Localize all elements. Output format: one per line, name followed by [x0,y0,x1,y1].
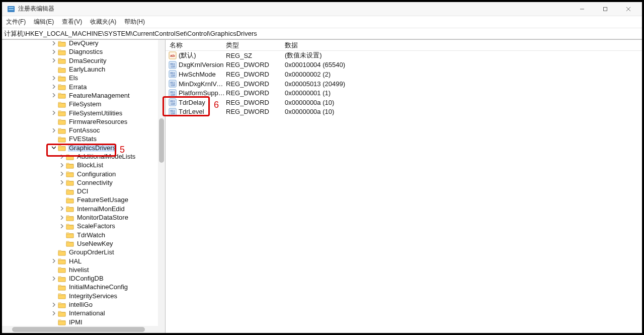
tree-item-initialmachineconfig[interactable]: InitialMachineConfig [2,283,158,291]
tree-item-hal[interactable]: HAL [2,256,158,265]
chevron-right-icon[interactable] [50,109,57,116]
tree-item-additionalmodelists[interactable]: AdditionalModeLists [2,152,158,161]
chevron-down-icon[interactable] [50,144,57,151]
tree-item-label: HAL [68,257,83,265]
folder-icon [66,223,74,230]
folder-icon [66,240,74,247]
tree-item-configuration[interactable]: Configuration [2,169,158,178]
column-header-type[interactable]: 类型 [226,41,285,50]
chevron-right-icon[interactable] [58,205,65,212]
tree-item-label: FontAssoc [68,126,101,134]
value-name: TdrLevel [179,108,204,115]
column-header-name[interactable]: 名称 [166,41,226,50]
value-data: 0x00000002 (2) [285,71,642,78]
tree-item-dmasecurity[interactable]: DmaSecurity [2,56,158,65]
column-header-data[interactable]: 数据 [285,41,642,50]
tree-item-featuresetusage[interactable]: FeatureSetUsage [2,195,158,204]
tree-item-scalefactors[interactable]: ScaleFactors [2,222,158,230]
tree-item-errata[interactable]: Errata [2,82,158,91]
tree-horizontal-scrollbar[interactable] [2,326,165,333]
tree-list[interactable]: DevQueryDiagnosticsDmaSecurityEarlyLaunc… [2,40,158,326]
chevron-right-icon[interactable] [58,179,65,186]
tree-item-label: GroupOrderList [68,248,115,256]
tree-item-devquery[interactable]: DevQuery [2,40,158,47]
tree-item-ipmi[interactable]: IPMI [2,318,158,326]
tree-item-featuremanagement[interactable]: FeatureManagement [2,91,158,100]
tree-item-fontassoc[interactable]: FontAssoc [2,126,158,135]
value-row[interactable]: HwSchModeREG_DWORD0x00000002 (2) [166,70,642,79]
menu-view[interactable]: 查看(V) [62,18,82,26]
tree-item-hivelist[interactable]: hivelist [2,265,158,274]
chevron-right-icon[interactable] [50,257,57,264]
values-header: 名称 类型 数据 [166,40,642,51]
folder-icon [58,57,66,64]
tree-item-intelligo[interactable]: intelliGo [2,300,158,309]
close-button[interactable] [617,2,640,16]
chevron-right-icon[interactable] [58,223,65,230]
folder-icon [58,292,66,299]
values-list[interactable]: 6 (默认)REG_SZ(数值未设置)DxgKrnlVersionREG_DWO… [166,51,642,333]
tree-item-els[interactable]: Els [2,74,158,82]
value-row[interactable]: PlatformSuppo...REG_DWORD0x00000001 (1) [166,88,642,98]
tree-item-filesystemutilities[interactable]: FileSystemUtilities [2,108,158,117]
value-row[interactable]: (默认)REG_SZ(数值未设置) [166,51,642,60]
chevron-right-icon[interactable] [50,83,57,90]
tree-item-connectivity[interactable]: Connectivity [2,178,158,187]
tree-vertical-scrollbar[interactable] [158,40,165,326]
folder-icon [58,301,66,308]
chevron-right-icon[interactable] [50,127,57,134]
tree-item-blocklist[interactable]: BlockList [2,161,158,169]
tree-item-dci[interactable]: DCI [2,187,158,195]
value-row[interactable]: TdrDelayREG_DWORD0x0000000a (10) [166,98,642,107]
chevron-right-icon[interactable] [58,170,65,177]
chevron-right-icon[interactable] [58,214,65,221]
tree-item-fvestats[interactable]: FVEStats [2,135,158,143]
tree-item-idconfigdb[interactable]: IDConfigDB [2,274,158,283]
tree-item-label: DCI [76,187,89,195]
maximize-button[interactable] [594,2,617,16]
tree-item-usenewkey[interactable]: UseNewKey [2,239,158,248]
reg-dword-icon [169,108,177,116]
value-row[interactable]: DxgKrnlVersionREG_DWORD0x00010004 (65540… [166,60,642,70]
chevron-right-icon[interactable] [50,310,57,317]
chevron-right-icon[interactable] [58,162,65,169]
folder-icon [58,109,66,116]
tree-item-monitordatastore[interactable]: MonitorDataStore [2,213,158,222]
tree-item-international[interactable]: International [2,309,158,317]
svg-rect-4 [604,7,607,11]
chevron-right-icon[interactable] [50,301,57,308]
menu-file[interactable]: 文件(F) [6,18,26,26]
menu-favorites[interactable]: 收藏夹(A) [90,18,116,26]
value-row[interactable]: MinDxgKrnlVer...REG_DWORD0x00005013 (204… [166,79,642,89]
chevron-right-icon[interactable] [58,153,65,160]
value-row[interactable]: TdrLevelREG_DWORD0x0000000a (10) [166,107,642,117]
tree-item-internalmonedid[interactable]: InternalMonEdid [2,205,158,213]
chevron-right-icon[interactable] [50,57,57,64]
tree-item-label: IntegrityServices [68,292,118,300]
tree-item-integrityservices[interactable]: IntegrityServices [2,292,158,300]
tree-item-label: FeatureSetUsage [76,196,129,204]
tree-item-tdrwatch[interactable]: TdrWatch [2,231,158,239]
tree-item-label: ScaleFactors [76,222,116,230]
reg-dword-icon [169,61,177,69]
tree-panel: DevQueryDiagnosticsDmaSecurityEarlyLaunc… [2,40,166,333]
chevron-right-icon[interactable] [50,75,57,82]
tree-item-grouporderlist[interactable]: GroupOrderList [2,248,158,256]
tree-item-label: International [68,309,106,317]
reg-dword-icon [169,80,177,88]
tree-item-graphicsdrivers[interactable]: GraphicsDrivers [2,144,158,152]
chevron-right-icon[interactable] [50,92,57,99]
chevron-right-icon[interactable] [50,48,57,55]
menu-edit[interactable]: 编辑(E) [34,18,54,26]
tree-item-firmwareresources[interactable]: FirmwareResources [2,117,158,126]
chevron-right-icon[interactable] [50,40,57,47]
tree-item-filesystem[interactable]: FileSystem [2,100,158,108]
tree-item-earlylaunch[interactable]: EarlyLaunch [2,65,158,74]
tree-item-diagnostics[interactable]: Diagnostics [2,47,158,56]
address-bar[interactable]: 计算机\HKEY_LOCAL_MACHINE\SYSTEM\CurrentCon… [2,28,642,39]
value-type: REG_DWORD [226,80,285,88]
menu-help[interactable]: 帮助(H) [124,18,145,26]
minimize-button[interactable] [571,2,594,16]
reg-dword-icon [169,89,177,97]
chevron-right-icon[interactable] [50,275,57,282]
